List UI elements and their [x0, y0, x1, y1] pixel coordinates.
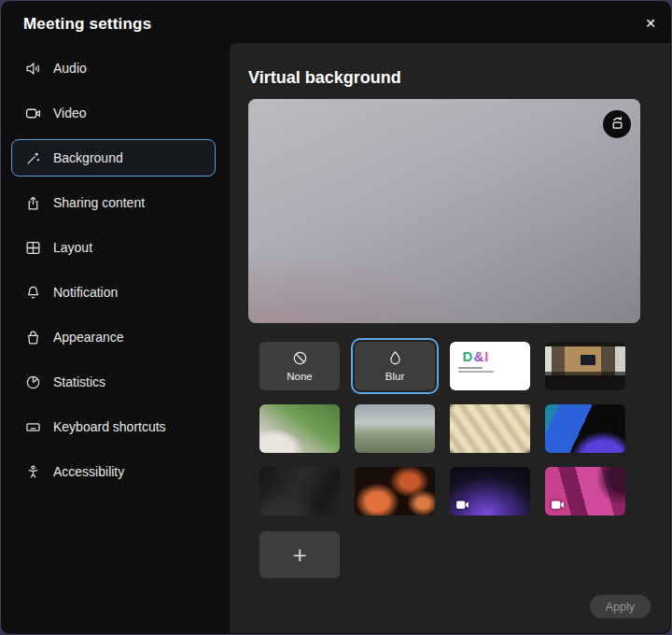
dei-logo-text: D&I: [463, 348, 490, 364]
sidebar-item-statistics[interactable]: Statistics: [11, 363, 216, 401]
plus-icon: +: [292, 541, 306, 569]
background-tile-abstract-blue[interactable]: [545, 404, 625, 453]
sidebar-item-layout[interactable]: Layout: [11, 229, 216, 266]
water-drop-icon: [387, 350, 403, 369]
background-tile-none[interactable]: None: [259, 342, 340, 390]
background-tile-lava-orange[interactable]: [355, 467, 435, 515]
magic-wand-icon: [24, 149, 41, 166]
sidebar-item-sharing-content[interactable]: Sharing content: [11, 184, 216, 221]
sidebar-item-label: Audio: [53, 61, 87, 76]
background-tile-dei-logo[interactable]: D&I: [450, 342, 530, 390]
background-tile-purple-glow-video[interactable]: [450, 467, 530, 515]
video-camera-badge-icon: [455, 500, 469, 510]
sidebar-item-accessibility[interactable]: Accessibility: [11, 453, 216, 490]
sidebar-item-label: Notification: [53, 285, 118, 300]
background-tile-living-room[interactable]: [259, 404, 340, 453]
tile-label-none: None: [287, 371, 313, 382]
paint-bucket-icon: [24, 329, 41, 346]
flip-camera-button[interactable]: [603, 110, 631, 138]
sidebar-item-label: Sharing content: [53, 195, 145, 210]
panel-title: Virtual background: [248, 68, 401, 88]
background-tile-blur[interactable]: Blur: [355, 342, 435, 390]
speaker-icon: [24, 60, 41, 77]
background-tile-window-light[interactable]: [450, 404, 530, 453]
background-tile-office[interactable]: [545, 342, 625, 390]
background-tile-mountains-blur[interactable]: [355, 404, 435, 453]
close-button[interactable]: ✕: [639, 12, 662, 35]
sidebar-item-video[interactable]: Video: [11, 94, 216, 132]
background-tile-dark-waves[interactable]: [259, 467, 340, 515]
dialog-title: Meeting settings: [23, 15, 151, 34]
sidebar-item-label: Keyboard shortcuts: [53, 419, 166, 434]
virtual-background-panel: Virtual background None: [230, 43, 670, 633]
sidebar-item-keyboard-shortcuts[interactable]: Keyboard shortcuts: [11, 408, 216, 445]
layout-grid-icon: [24, 239, 41, 256]
settings-sidebar: Audio Video Background Sharing content L: [1, 49, 230, 498]
tile-label-blur: Blur: [385, 371, 404, 382]
background-tile-pink-abstract-video[interactable]: [545, 467, 625, 515]
sidebar-item-label: Layout: [53, 240, 92, 255]
keyboard-icon: [24, 418, 41, 435]
apply-button[interactable]: Apply: [590, 595, 651, 618]
sidebar-item-label: Appearance: [53, 330, 124, 345]
sidebar-item-audio[interactable]: Audio: [11, 49, 216, 87]
video-camera-icon: [24, 105, 41, 121]
dei-tagline-line: [458, 371, 494, 373]
flip-camera-icon: [609, 115, 625, 134]
meeting-settings-dialog: Meeting settings ✕ Audio Video Backgroun…: [0, 0, 672, 635]
dei-tagline-line: [458, 367, 483, 369]
sidebar-item-label: Background: [53, 150, 123, 165]
camera-preview: [248, 99, 640, 323]
sidebar-item-label: Video: [53, 106, 87, 120]
add-background-button[interactable]: +: [259, 531, 340, 578]
background-options-grid: None Blur D&I: [259, 342, 625, 515]
video-camera-badge-icon: [551, 500, 565, 510]
circle-slash-icon: [292, 350, 308, 369]
sidebar-item-appearance[interactable]: Appearance: [11, 318, 216, 356]
sidebar-item-notification[interactable]: Notification: [11, 274, 216, 311]
sidebar-item-background[interactable]: Background: [11, 139, 216, 176]
accessibility-icon: [24, 463, 41, 480]
pie-chart-icon: [24, 374, 41, 390]
sidebar-item-label: Accessibility: [53, 464, 124, 479]
share-icon: [24, 194, 41, 211]
sidebar-item-label: Statistics: [53, 374, 105, 389]
bell-icon: [24, 284, 41, 301]
